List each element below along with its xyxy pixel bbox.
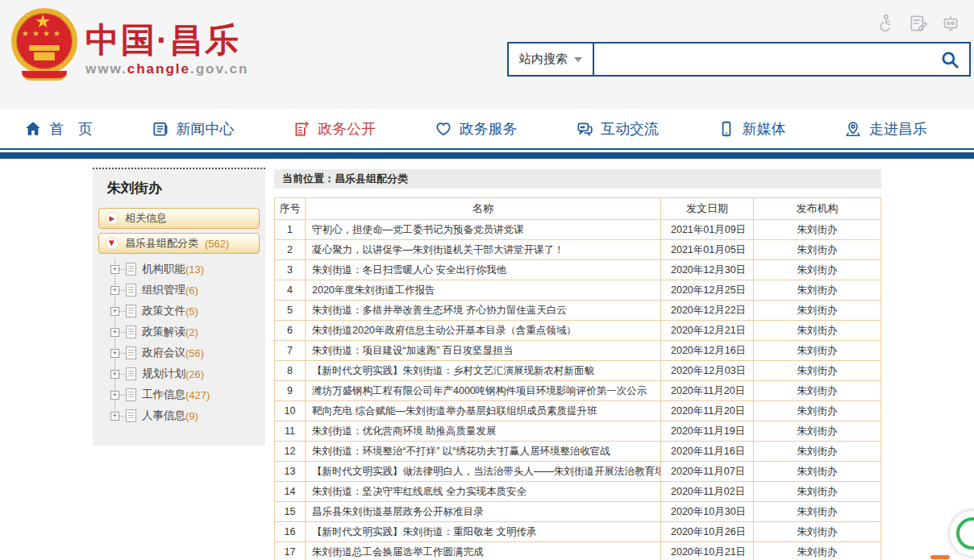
sidebar-section-related-info[interactable]: ▶ 相关信息 bbox=[98, 208, 260, 229]
tree-item-label: 政策解读 bbox=[142, 325, 185, 339]
document-icon bbox=[126, 367, 136, 380]
map-pin-icon bbox=[844, 120, 862, 138]
tree-item[interactable]: + 政府会议 (56) bbox=[110, 342, 265, 363]
row-title-link[interactable]: 朱刘街道2020年政府信息主动公开基本目录（含重点领域） bbox=[306, 321, 661, 341]
row-title-link[interactable]: 朱刘街道总工会换届选举工作圆满完成 bbox=[306, 542, 661, 560]
nav-label: 首 页 bbox=[49, 119, 93, 139]
expand-plus-icon[interactable]: + bbox=[110, 286, 119, 295]
expand-plus-icon[interactable]: + bbox=[110, 328, 119, 337]
nav-item-about-changle[interactable]: 走进昌乐 bbox=[844, 119, 927, 139]
emblem-ribbon-icon bbox=[22, 71, 67, 81]
row-date: 2020年11月02日 bbox=[661, 482, 754, 502]
document-icon bbox=[126, 305, 136, 317]
row-title-link[interactable]: 朱刘街道：多措并举改善生态环境 齐心协力留住蓝天白云 bbox=[306, 301, 661, 321]
site-url: www.changle.gov.cn bbox=[85, 61, 248, 77]
tree-item[interactable]: + 人事信息 (9) bbox=[110, 405, 265, 426]
search-input[interactable] bbox=[594, 44, 930, 75]
site-title: 中国·昌乐 bbox=[85, 23, 248, 58]
document-icon bbox=[126, 263, 136, 276]
tree-connector bbox=[119, 332, 125, 333]
expand-plus-icon[interactable]: + bbox=[110, 307, 119, 316]
row-title-link[interactable]: 【新时代文明实践】朱刘街道：乡村文艺汇演展现新农村新面貌 bbox=[306, 361, 661, 381]
page-content: 朱刘街办 ▶ 相关信息 ▶ 昌乐县组配分类 (562) + 机构职能 (13) … bbox=[0, 159, 974, 560]
row-number: 1 bbox=[275, 220, 306, 240]
column-header-no: 序号 bbox=[275, 198, 306, 220]
row-title-link[interactable]: 朱刘街道：坚决守牢红线底线 全力实现本质安全 bbox=[306, 482, 661, 502]
breadcrumb: 当前位置：昌乐县组配分类 bbox=[274, 169, 881, 189]
sidebar-title: 朱刘街办 bbox=[93, 169, 265, 204]
table-row: 9 潍坊万盛钢构工程有限公司年产4000吨钢构件项目环境影响评价第一次公示 20… bbox=[275, 381, 881, 401]
robot-icon[interactable] bbox=[940, 13, 961, 34]
news-icon bbox=[152, 120, 169, 138]
tree-item[interactable]: + 工作信息 (427) bbox=[110, 384, 265, 405]
row-title-link[interactable]: 守初心，担使命—党工委书记为预备党员讲党课 bbox=[306, 220, 661, 240]
section-count: (562) bbox=[205, 238, 229, 250]
site-url-prefix: www. bbox=[85, 61, 127, 77]
row-title-link[interactable]: 朱刘街道：项目建设“加速跑” 百日攻坚显担当 bbox=[306, 341, 661, 361]
row-number: 8 bbox=[275, 361, 306, 381]
tree-connector bbox=[119, 416, 125, 417]
utility-icons bbox=[876, 13, 961, 34]
table-row: 8 【新时代文明实践】朱刘街道：乡村文艺汇演展现新农村新面貌 2020年12月0… bbox=[275, 361, 881, 381]
nav-item-gov-services[interactable]: 政务服务 bbox=[435, 119, 518, 139]
site-url-suffix: .gov.cn bbox=[190, 61, 248, 77]
tree-connector bbox=[119, 353, 125, 354]
row-title-link[interactable]: 朱刘街道：冬日扫雪暖人心 安全出行你我他 bbox=[306, 260, 661, 280]
table-row: 6 朱刘街道2020年政府信息主动公开基本目录（含重点领域） 2020年12月2… bbox=[275, 321, 881, 341]
tree-item-label: 人事信息 bbox=[142, 409, 185, 423]
expand-plus-icon[interactable]: + bbox=[110, 349, 119, 358]
row-title-link[interactable]: 昌乐县朱刘街道基层政务公开标准目录 bbox=[306, 502, 661, 522]
emblem-star-icon: ★ bbox=[10, 13, 76, 31]
nav-label: 政务服务 bbox=[460, 119, 518, 139]
expand-plus-icon[interactable]: + bbox=[110, 412, 119, 421]
tree-item-count: (2) bbox=[185, 326, 198, 338]
row-title-link[interactable]: 潍坊万盛钢构工程有限公司年产4000吨钢构件项目环境影响评价第一次公示 bbox=[306, 381, 661, 401]
row-title-link[interactable]: 【新时代文明实践】做法律明白人，当法治带头人——朱刘街道开展法治教育培... bbox=[306, 462, 661, 482]
search-button[interactable] bbox=[930, 44, 969, 75]
column-header-date: 发文日期 bbox=[661, 198, 754, 220]
nav-item-home[interactable]: 首 页 bbox=[24, 119, 93, 139]
sidebar: 朱刘街办 ▶ 相关信息 ▶ 昌乐县组配分类 (562) + 机构职能 (13) … bbox=[93, 168, 265, 446]
row-title-link[interactable]: 【新时代文明实践】朱刘街道：重阳敬老 文明传承 bbox=[306, 522, 661, 542]
table-row: 7 朱刘街道：项目建设“加速跑” 百日攻坚显担当 2020年12月16日 朱刘街… bbox=[275, 341, 881, 361]
row-org: 朱刘街办 bbox=[754, 361, 881, 381]
table-row: 16 【新时代文明实践】朱刘街道：重阳敬老 文明传承 2020年10月26日 朱… bbox=[275, 522, 881, 542]
row-title-link[interactable]: 2020年度朱刘街道工作报告 bbox=[306, 280, 661, 301]
expand-plus-icon[interactable]: + bbox=[110, 370, 119, 379]
row-org: 朱刘街办 bbox=[754, 341, 881, 361]
row-title-link[interactable]: 凝心聚力，以讲促学—朱刘街道机关干部大讲堂开课了！ bbox=[306, 240, 661, 260]
tree-item-label: 政策文件 bbox=[142, 304, 185, 318]
arrow-down-circle-icon: ▶ bbox=[106, 237, 119, 250]
row-number: 9 bbox=[275, 381, 306, 401]
table-row: 5 朱刘街道：多措并举改善生态环境 齐心协力留住蓝天白云 2020年12月22日… bbox=[275, 301, 881, 321]
expand-plus-icon[interactable]: + bbox=[110, 391, 119, 400]
sidebar-section-category[interactable]: ▶ 昌乐县组配分类 (562) bbox=[98, 233, 260, 254]
tree-item[interactable]: + 政策解读 (2) bbox=[110, 321, 265, 342]
row-title-link[interactable]: 朱刘街道：环境整治“不打烊” 以“绣花功夫”打赢人居环境整治收官战 bbox=[306, 442, 661, 462]
home-icon bbox=[24, 120, 42, 138]
nav-item-new-media[interactable]: 新媒体 bbox=[718, 119, 786, 139]
tree-item[interactable]: + 政策文件 (5) bbox=[110, 301, 265, 321]
tree-connector bbox=[119, 290, 125, 291]
row-date: 2020年10月21日 bbox=[661, 542, 754, 560]
row-org: 朱刘街办 bbox=[754, 462, 881, 482]
document-icon bbox=[126, 326, 136, 338]
row-title-link[interactable]: 朱刘街道：优化营商环境 助推高质量发展 bbox=[306, 421, 661, 442]
row-number: 13 bbox=[275, 462, 306, 482]
tree-item[interactable]: + 机构职能 (13) bbox=[110, 259, 265, 280]
row-number: 5 bbox=[275, 301, 306, 321]
tree-item[interactable]: + 规划计划 (26) bbox=[110, 363, 265, 384]
nav-item-gov-disclosure[interactable]: 政务公开 bbox=[293, 119, 376, 139]
chevron-down-icon bbox=[574, 57, 582, 62]
search-scope-dropdown[interactable]: 站内搜索 bbox=[509, 44, 594, 75]
nav-item-news-center[interactable]: 新闻中心 bbox=[152, 119, 235, 139]
row-org: 朱刘街办 bbox=[754, 542, 881, 560]
row-title-link[interactable]: 靶向充电 综合赋能—朱刘街道举办基层妇联组织成员素质提升班 bbox=[306, 401, 661, 421]
nav-item-interaction[interactable]: 互动交流 bbox=[576, 119, 659, 139]
accessibility-icon[interactable] bbox=[876, 13, 897, 34]
row-number: 16 bbox=[275, 522, 306, 542]
expand-plus-icon[interactable]: + bbox=[110, 265, 119, 274]
tree-item-label: 工作信息 bbox=[142, 388, 185, 402]
form-edit-icon[interactable] bbox=[908, 13, 929, 34]
tree-item[interactable]: + 组织管理 (6) bbox=[110, 280, 265, 301]
